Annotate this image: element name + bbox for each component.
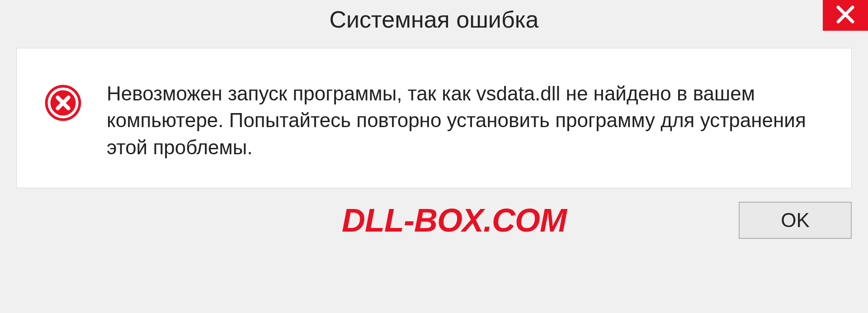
close-icon	[835, 5, 855, 26]
watermark-text: DLL-BOX.COM	[342, 202, 566, 239]
ok-button[interactable]: OK	[739, 202, 852, 239]
title-bar: Системная ошибка	[0, 0, 868, 39]
error-message: Невозможен запуск программы, так как vsd…	[107, 76, 829, 161]
dialog-footer: DLL-BOX.COM OK	[0, 188, 868, 239]
dialog-title: Системная ошибка	[329, 6, 538, 33]
close-button[interactable]	[823, 0, 868, 31]
content-panel: Невозможен запуск программы, так как vsd…	[16, 48, 852, 188]
error-icon	[44, 76, 82, 124]
error-dialog: Системная ошибка Невозможен запуск прогр…	[0, 0, 868, 313]
